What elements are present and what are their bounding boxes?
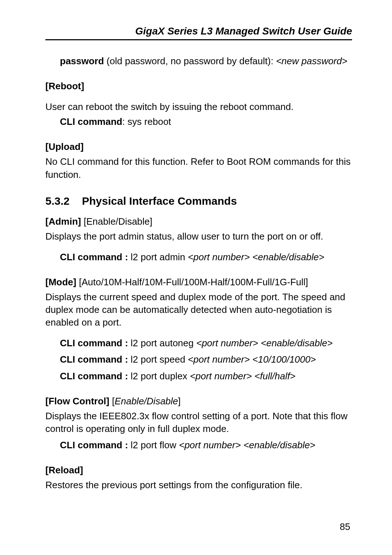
upload-heading: [Upload] [45,140,352,153]
admin-heading-bold: [Admin] [45,216,83,227]
mode-body: Displays the current speed and duplex mo… [45,291,352,329]
cli-label: CLI command : [60,371,131,381]
cli-label: CLI command : [60,338,131,348]
cli-arg: <port number> <enable/disable> [196,338,333,348]
reload-heading: [Reload] [45,464,352,477]
admin-heading-rest: [Enable/Disable] [83,216,152,227]
flow-heading-bold: [Flow Control] [45,396,112,407]
mode-cli2: CLI command : l2 port speed <port number… [60,353,352,366]
cli-label: CLI command : [60,252,131,262]
upload-body: No CLI command for this function. Refer … [45,155,352,181]
section-heading: 5.3.2Physical Interface Commands [45,195,352,207]
flow-heading-italic: Enable/Disable [115,396,178,407]
cli-label: CLI command : [60,354,131,365]
flow-body: Displays the IEEE802.3x flow control set… [45,410,352,435]
cli-label: CLI command : [60,440,131,450]
flow-heading: [Flow Control] [Enable/Disable] [45,395,352,408]
mode-cli3: CLI command : l2 port duplex <port numbe… [60,370,352,383]
cli-rest: : sys reboot [122,116,171,127]
admin-heading: [Admin] [Enable/Disable] [45,215,352,228]
section-number: 5.3.2 [45,195,70,207]
mode-heading-rest: [Auto/10M-Half/10M-Full/100M-Half/100M-F… [79,277,308,287]
cli-arg: <port number> <full/half> [190,371,295,381]
password-line: password (old password, no password by d… [60,55,352,68]
password-desc: (old password, no password by default): [104,56,276,66]
cli-label: CLI command [60,116,122,127]
mode-cli1: CLI command : l2 port autoneg <port numb… [60,337,352,350]
cli-arg: <port number> <10/100/1000> [188,354,316,365]
mode-heading: [Mode] [Auto/10M-Half/10M-Full/100M-Half… [45,276,352,289]
cli-cmd: l2 port duplex [131,371,190,381]
admin-body: Displays the port admin status, allow us… [45,230,352,243]
reboot-heading: [Reboot] [45,80,352,93]
section-title: Physical Interface Commands [82,195,237,207]
cli-arg: <port number> <enable/disable> [188,252,324,262]
admin-cli: CLI command : l2 port admin <port number… [60,251,352,264]
page: GigaX Series L3 Managed Switch User Guid… [0,0,392,555]
flow-cli: CLI command : l2 port flow <port number>… [60,439,352,452]
reboot-cli: CLI command: sys reboot [60,115,352,128]
cli-arg: <port number> <enable/disable> [179,440,315,450]
password-label: password [60,56,104,66]
page-number: 85 [340,521,350,532]
cli-cmd: l2 port admin [131,252,188,262]
cli-cmd: l2 port speed [131,354,188,365]
mode-heading-bold: [Mode] [45,277,79,287]
reload-body: Restores the previous port settings from… [45,479,352,491]
running-header: GigaX Series L3 Managed Switch User Guid… [45,25,352,40]
password-arg: <new password> [276,56,347,66]
cli-cmd: l2 port autoneg [131,338,196,348]
flow-bracket-close: ] [178,396,181,407]
reboot-body: User can reboot the switch by issuing th… [45,101,352,113]
flow-bracket-open: [ [112,396,114,407]
cli-cmd: l2 port flow [131,440,179,450]
